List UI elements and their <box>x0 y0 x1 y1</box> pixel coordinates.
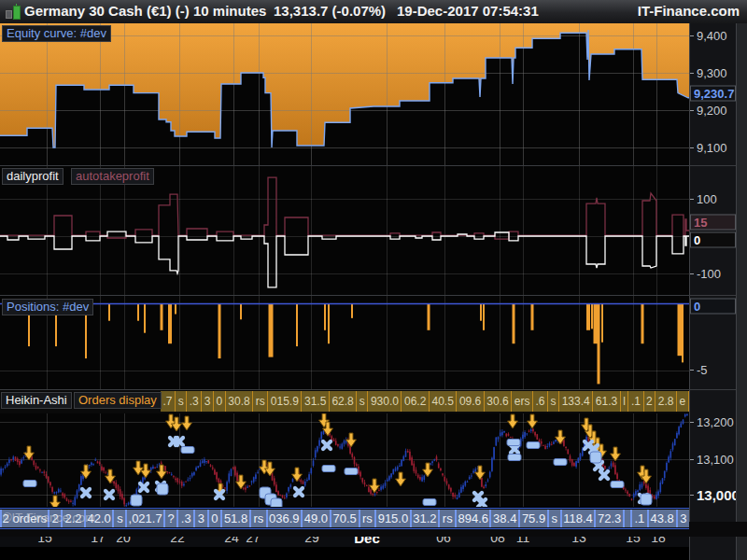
dash-marker <box>611 482 624 488</box>
last-price: 13,313.7 (-0.07%) <box>274 3 386 19</box>
order-strip-cell: s <box>176 391 186 412</box>
panel-separator <box>0 295 736 296</box>
dailyprofit-label[interactable]: dailyprofit <box>2 168 63 185</box>
order-cell: 915.0 <box>374 510 409 527</box>
position-bar <box>324 303 326 330</box>
position-bar <box>328 303 330 343</box>
position-bar <box>531 303 534 330</box>
position-bar <box>513 303 515 343</box>
heikin-ashi-chart[interactable] <box>0 413 689 507</box>
axis-tick-label: 13,100 <box>697 453 734 467</box>
cross-marker <box>511 445 518 453</box>
timeframe-label: 10 minutes <box>193 3 266 19</box>
position-bar <box>108 303 110 321</box>
axis-tick-mark <box>690 422 694 423</box>
chart-plot-area[interactable]: .7s.33030.8rs015.931.562.8s930.006.240.5… <box>0 23 689 560</box>
axis-tick-label: 13,000 <box>697 487 740 503</box>
position-bar <box>144 303 146 333</box>
dash-marker <box>322 466 335 472</box>
position-bar <box>175 303 176 315</box>
orders-row: 2 orders22.242.0s,021.7?.33051.8rs036.94… <box>0 508 689 529</box>
axis-tick-label: 100 <box>697 192 717 206</box>
position-bar <box>598 303 600 384</box>
order-cell: s <box>547 510 560 527</box>
dash-marker <box>507 440 520 446</box>
dailyprofit-chart[interactable] <box>0 166 689 296</box>
order-cell: 036.9 <box>266 510 301 527</box>
order-strip-cell: s <box>357 391 367 412</box>
dash-marker <box>554 459 567 466</box>
order-strip-cell: .1 <box>628 391 642 412</box>
cross-marker <box>323 441 331 449</box>
axis-tick-label: 9,200 <box>697 104 727 118</box>
position-bar <box>269 303 274 357</box>
order-cell: ? <box>163 510 177 527</box>
axis-tick-label: 9,400 <box>697 29 727 43</box>
position-bar <box>591 303 593 329</box>
dash-marker <box>423 499 436 506</box>
square-marker <box>271 498 282 507</box>
order-strip-cell: 62.8 <box>330 391 356 412</box>
cross-marker <box>600 471 608 479</box>
order-cell: .1 <box>630 510 647 527</box>
order-strip-cell: 930.0 <box>368 391 401 412</box>
position-bar <box>168 303 172 343</box>
order-strip-cell: 0 <box>214 391 225 412</box>
order-cell: 38.4 <box>489 510 518 527</box>
order-cell: 118.4 <box>560 510 594 527</box>
position-bar <box>137 303 139 321</box>
order-strip-cell: 30.6 <box>485 391 511 412</box>
dash-marker <box>23 481 36 487</box>
current-datetime: 19-Dec-2017 07:54:31 <box>397 3 539 19</box>
position-bar <box>480 303 482 321</box>
current-value-badge: 0 <box>690 299 736 315</box>
axis-tick-label: -5 <box>697 363 708 377</box>
position-bar <box>240 303 242 319</box>
order-cell: 31.2 <box>410 510 439 527</box>
positions-chart[interactable] <box>0 296 689 390</box>
cross-marker <box>82 489 90 497</box>
position-bar <box>351 303 353 318</box>
order-strip-cell: 3 <box>202 391 213 412</box>
order-cell: 43.8 <box>647 510 676 527</box>
order-cell: rs <box>438 510 455 527</box>
order-cell: 3 <box>193 510 207 527</box>
axis-tick-mark <box>690 199 694 200</box>
price-axis-column[interactable]: 9,4009,3009,2009,100100-100-513,20013,10… <box>689 23 736 560</box>
axis-tick-mark <box>690 110 694 111</box>
position-bar <box>428 303 430 330</box>
position-bar <box>218 303 221 358</box>
order-strip-cell: l <box>621 391 628 412</box>
right-scrollbar[interactable] <box>736 23 747 560</box>
order-strip-cell: 30.8 <box>226 391 252 412</box>
position-bar <box>296 303 298 346</box>
square-marker <box>590 452 601 463</box>
current-value-badge: 0 <box>690 232 736 248</box>
order-cell: 49.0 <box>301 510 330 527</box>
autotakeprofit-label[interactable]: autotakeprofit <box>71 168 154 185</box>
order-cell: 75.9 <box>518 510 547 527</box>
order-cell: rs <box>249 510 266 527</box>
order-strip-cell: .6 <box>533 391 547 412</box>
instrument-name: Germany 30 Cash (€1) (-) <box>24 3 190 19</box>
axis-tick-mark <box>690 73 694 74</box>
order-cell: .3 <box>176 510 193 527</box>
equity-panel-label[interactable]: Equity curve: #dev <box>2 25 111 42</box>
orders-display-label[interactable]: Orders display <box>74 392 162 409</box>
order-cell: 0 <box>207 510 221 527</box>
candlestick-icon <box>5 4 21 20</box>
order-cell <box>623 510 630 527</box>
cross-marker <box>478 499 486 507</box>
position-bar <box>678 303 683 356</box>
order-cell: 3 <box>676 510 690 527</box>
positions-panel-label[interactable]: Positions: #dev <box>2 299 93 315</box>
order-strip-cell: 40.5 <box>430 391 456 412</box>
order-cell: 72.3 <box>594 510 623 527</box>
order-strip-cell: .3 <box>187 391 201 412</box>
trading-app-window: Germany 30 Cash (€1) (-) 10 minutes 13,3… <box>0 0 747 560</box>
equity-curve-chart[interactable] <box>0 23 689 166</box>
order-strip-cells: .7s.33030.8rs015.931.562.8s930.006.240.5… <box>161 391 689 412</box>
heikin-ashi-label[interactable]: Heikin-Ashi <box>1 392 72 409</box>
dash-marker <box>345 469 358 475</box>
dash-marker <box>181 447 194 454</box>
